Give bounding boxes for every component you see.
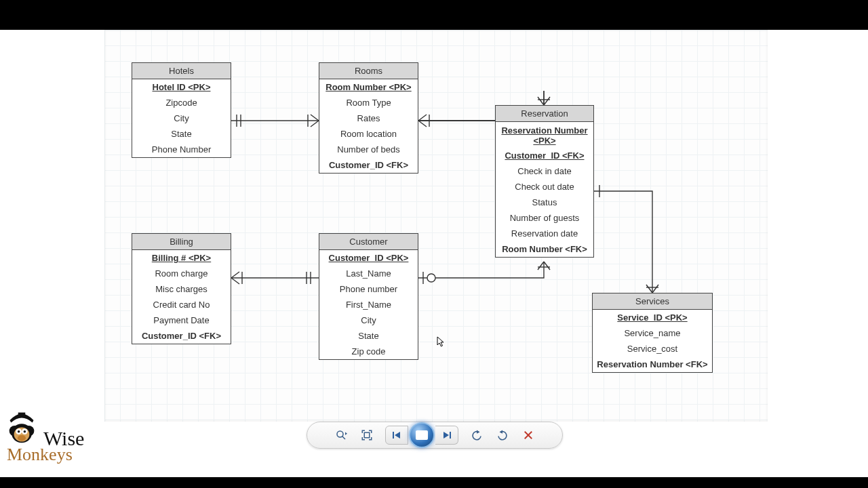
- svg-line-4: [311, 121, 319, 127]
- prev-button[interactable]: [385, 426, 408, 445]
- rooms-attr: Room location: [319, 126, 418, 142]
- svg-line-11: [544, 97, 550, 105]
- skip-back-icon: [392, 430, 401, 440]
- entity-billing[interactable]: Billing Billing # <PK> Room charge Misc …: [132, 233, 231, 344]
- svg-marker-44: [443, 432, 449, 439]
- canvas-grid[interactable]: Hotels Hotel ID <PK> Zipcode City State …: [104, 30, 768, 422]
- entity-hotels-title: Hotels: [132, 63, 231, 79]
- entity-services-title: Services: [593, 293, 712, 310]
- er-diagram: Hotels Hotel ID <PK> Zipcode City State …: [104, 30, 768, 422]
- undo-icon: [471, 429, 483, 441]
- next-button[interactable]: [435, 426, 458, 445]
- customer-attr: City: [319, 312, 418, 328]
- svg-marker-47: [500, 430, 503, 434]
- screen-icon: [416, 430, 428, 440]
- reservation-pk1: Reservation Number <PK>: [496, 122, 593, 148]
- svg-point-35: [18, 430, 20, 433]
- svg-line-3: [311, 115, 319, 121]
- zoom-icon: [335, 429, 347, 441]
- svg-rect-41: [364, 432, 370, 438]
- customer-attr: Phone number: [319, 281, 418, 297]
- entity-customer[interactable]: Customer Customer_ID <PK> Last_Name Phon…: [319, 233, 418, 360]
- stage: Hotels Hotel ID <PK> Zipcode City State …: [0, 30, 868, 477]
- wise-monkeys-logo: Wise Monkeys: [3, 411, 125, 464]
- svg-line-15: [538, 262, 544, 270]
- skip-forward-icon: [442, 430, 452, 440]
- svg-marker-40: [345, 432, 347, 436]
- svg-point-36: [24, 430, 26, 433]
- svg-rect-42: [393, 432, 394, 439]
- svg-point-37: [18, 435, 26, 441]
- player-toolbar: [307, 422, 563, 449]
- svg-line-7: [418, 115, 427, 121]
- rooms-attr: Number of beds: [319, 142, 418, 157]
- rooms-pk: Room Number <PK>: [319, 79, 418, 95]
- svg-line-10: [538, 97, 544, 105]
- hotels-attr: Zipcode: [132, 95, 231, 110]
- entity-billing-title: Billing: [132, 234, 231, 250]
- reservation-attr: Check out date: [496, 179, 593, 195]
- billing-attr: Room charge: [132, 266, 231, 281]
- prev-next-group: [385, 426, 458, 445]
- customer-attr: State: [319, 328, 418, 344]
- entity-customer-title: Customer: [319, 234, 418, 250]
- monkey-icon: [3, 411, 41, 449]
- rooms-fk: Customer_ID <FK>: [319, 157, 418, 173]
- svg-point-14: [427, 274, 435, 282]
- logo-text-2: Monkeys: [7, 446, 125, 464]
- billing-attr: Payment Date: [132, 312, 231, 328]
- customer-attr: First_Name: [319, 297, 418, 312]
- billing-fk: Customer_ID <FK>: [132, 328, 231, 344]
- hotels-attr: City: [132, 110, 231, 126]
- close-icon: [522, 429, 534, 441]
- svg-line-19: [231, 272, 239, 278]
- billing-attr: Misc charges: [132, 281, 231, 297]
- entity-rooms-title: Rooms: [319, 63, 418, 79]
- entity-rooms[interactable]: Rooms Room Number <PK> Room Type Rates R…: [319, 62, 418, 174]
- entity-reservation[interactable]: Reservation Reservation Number <PK> Cust…: [495, 105, 594, 258]
- entity-hotels[interactable]: Hotels Hotel ID <PK> Zipcode City State …: [132, 62, 231, 158]
- letterbox-bottom: [0, 477, 868, 488]
- rooms-attr: Room Type: [319, 95, 418, 110]
- svg-line-8: [418, 121, 427, 127]
- reservation-pk2: Customer_ID <FK>: [496, 148, 593, 163]
- reservation-attr: Check in date: [496, 163, 593, 179]
- services-fk: Reservation Number <FK>: [593, 357, 712, 372]
- rooms-attr: Rates: [319, 110, 418, 126]
- reservation-attr: Status: [496, 195, 593, 210]
- svg-rect-45: [450, 432, 451, 439]
- svg-line-26: [652, 285, 658, 293]
- customer-pk: Customer_ID <PK>: [319, 250, 418, 266]
- svg-line-20: [231, 278, 239, 284]
- svg-marker-43: [395, 432, 400, 439]
- play-button[interactable]: [409, 422, 435, 448]
- customer-attr: Last_Name: [319, 266, 418, 281]
- services-attr: Service_cost: [593, 341, 712, 357]
- cursor-icon: [437, 336, 445, 348]
- services-attr: Service_name: [593, 325, 712, 341]
- zoom-button[interactable]: [334, 428, 349, 443]
- hotels-attr: State: [132, 126, 231, 142]
- close-button[interactable]: [521, 428, 536, 443]
- fit-button[interactable]: [359, 428, 374, 443]
- reservation-fk: Room Number <FK>: [496, 241, 593, 257]
- billing-pk: Billing # <PK>: [132, 250, 231, 266]
- undo-button[interactable]: [469, 428, 484, 443]
- hotels-attr: Phone Number: [132, 142, 231, 157]
- billing-attr: Credit card No: [132, 297, 231, 312]
- redo-icon: [496, 429, 509, 441]
- play-button-wrap: [408, 426, 435, 445]
- svg-line-39: [342, 436, 346, 440]
- svg-line-16: [544, 262, 550, 270]
- svg-line-25: [646, 285, 652, 293]
- reservation-attr: Number of guests: [496, 210, 593, 226]
- svg-rect-28: [18, 413, 26, 418]
- entity-services[interactable]: Services Service_ID <PK> Service_name Se…: [592, 293, 713, 373]
- redo-button[interactable]: [495, 428, 510, 443]
- letterbox-top: [0, 0, 868, 30]
- services-pk: Service_ID <PK>: [593, 310, 712, 325]
- reservation-attr: Reservation date: [496, 226, 593, 241]
- svg-marker-46: [477, 430, 480, 434]
- fit-icon: [361, 429, 373, 441]
- hotels-pk: Hotel ID <PK>: [132, 79, 231, 95]
